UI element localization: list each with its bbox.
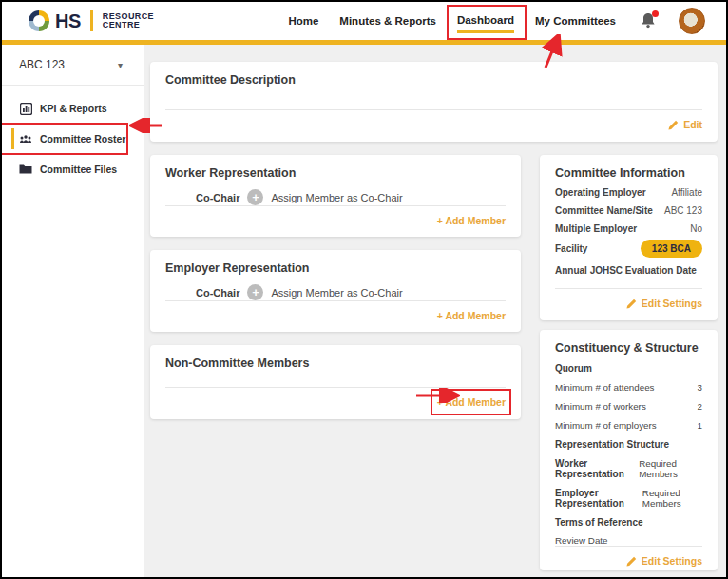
notification-dot (652, 10, 659, 17)
assign-cochair-plus-icon[interactable]: + (247, 189, 263, 205)
structure-value: Required Members (642, 488, 702, 509)
main-content: Committee Description Edit Worker Repre (144, 45, 726, 579)
facility-row: Facility 123 BCA (555, 240, 702, 258)
sidebar-item-label: Committee Roster (40, 133, 125, 145)
structure-label: Worker Representation (555, 458, 639, 479)
add-worker-member-button[interactable]: + Add Member (437, 215, 506, 226)
employer-representation-card: Employer Representation Co-Chair + Assig… (150, 250, 521, 332)
card-title: Non-Committee Members (165, 357, 506, 370)
cochair-row: Co-Chair + Assign Member as Co-Chair (196, 189, 506, 205)
edit-committee-settings-button[interactable]: Edit Settings (626, 298, 702, 309)
sidebar-item-committee-files[interactable]: Committee Files (2, 156, 144, 183)
brand-divider (90, 10, 93, 31)
edit-settings-label: Edit Settings (642, 555, 702, 567)
evaluation-date-row: Annual JOHSC Evaluation Date (555, 265, 702, 276)
card-title: Committee Information (555, 166, 702, 180)
active-tab-underline (457, 30, 514, 33)
app-window: HS RESOURCE CENTRE Home Minutes & Report… (0, 0, 728, 579)
quorum-header: Quorum (555, 363, 702, 374)
worker-representation-card: Worker Representation Co-Chair + Assign … (150, 155, 521, 237)
card-title: Constituency & Structure (555, 341, 702, 355)
nav-minutes-reports[interactable]: Minutes & Reports (339, 15, 436, 27)
quorum-label: Minimum # of employers (555, 420, 657, 431)
brand-tagline-line2: CENTRE (103, 21, 154, 29)
pencil-icon (626, 556, 637, 567)
user-avatar[interactable] (679, 8, 705, 34)
quorum-label: Minimum # of workers (555, 401, 646, 412)
edit-settings-label: Edit Settings (642, 298, 702, 309)
cochair-label: Co-Chair (196, 287, 239, 299)
structure-row: Worker Representation Required Members (555, 458, 702, 479)
committee-selector-value: ABC 123 (19, 58, 65, 71)
review-date-label: Review Date (555, 535, 608, 546)
quorum-label: Minimum # of attendees (555, 382, 655, 393)
cochair-label: Co-Chair (196, 192, 239, 203)
add-non-committee-member-button[interactable]: + Add Member (437, 396, 506, 408)
info-row: Multiple Employer No (555, 223, 702, 234)
quorum-value: 3 (698, 382, 702, 393)
quorum-value: 1 (698, 420, 702, 431)
nav-home[interactable]: Home (288, 15, 318, 27)
brand-letters: HS (55, 10, 81, 32)
brand-tagline: RESOURCE CENTRE (103, 12, 154, 30)
pencil-icon (626, 299, 637, 309)
info-label: Facility (555, 243, 587, 254)
assign-cochair-plus-icon[interactable]: + (247, 284, 263, 300)
active-item-accent (11, 128, 14, 149)
structure-value: Required Members (639, 458, 702, 479)
card-title: Employer Representation (165, 261, 506, 275)
quorum-row: Minimum # of workers 2 (555, 401, 702, 412)
non-committee-members-card: Non-Committee Members + Add Member (150, 345, 521, 419)
info-label: Committee Name/Site (555, 205, 653, 216)
edit-label: Edit (683, 119, 702, 130)
brand-logo[interactable]: HS RESOURCE CENTRE (29, 10, 154, 32)
main-nav: Home Minutes & Reports Dashboard My Comm… (288, 8, 705, 34)
info-label: Annual JOHSC Evaluation Date (555, 265, 697, 276)
notifications-bell-icon[interactable] (641, 11, 658, 30)
sidebar-item-label: Committee Files (40, 164, 117, 175)
card-title: Worker Representation (165, 166, 506, 180)
sidebar-item-kpi-reports[interactable]: KPI & Reports (2, 95, 144, 122)
structure-row: Employer Representation Required Members (555, 488, 702, 509)
folder-icon (19, 163, 32, 176)
quorum-row: Minimum # of employers 1 (555, 420, 702, 431)
assign-cochair-label: Assign Member as Co-Chair (271, 287, 402, 299)
quorum-value: 2 (698, 401, 702, 412)
sidebar-divider (2, 85, 144, 86)
committee-description-card: Committee Description Edit (150, 62, 718, 142)
edit-description-button[interactable]: Edit (668, 119, 702, 130)
card-title: Committee Description (165, 73, 702, 87)
cochair-row: Co-Chair + Assign Member as Co-Chair (196, 284, 506, 300)
brand-circle-icon (29, 10, 49, 31)
info-row: Committee Name/Site ABC 123 (555, 205, 702, 216)
sidebar-item-label: KPI & Reports (40, 103, 107, 114)
review-date-row: Review Date (555, 535, 702, 546)
info-value: Affiliate (671, 187, 702, 198)
info-row: Operating Employer Affiliate (555, 187, 702, 198)
sidebar-item-committee-roster[interactable]: Committee Roster (2, 125, 144, 152)
nav-my-committees[interactable]: My Committees (535, 15, 616, 27)
top-bar: HS RESOURCE CENTRE Home Minutes & Report… (2, 2, 726, 40)
nav-dashboard-label: Dashboard (457, 14, 514, 26)
facility-badge: 123 BCA (641, 240, 702, 258)
pencil-icon (668, 120, 679, 130)
representation-structure-header: Representation Structure (555, 439, 702, 450)
add-employer-member-button[interactable]: + Add Member (437, 310, 506, 321)
info-value: No (690, 223, 702, 234)
nav-dashboard[interactable]: Dashboard (457, 14, 514, 28)
quorum-row: Minimum # of attendees 3 (555, 382, 702, 393)
people-icon (19, 132, 32, 145)
sidebar: ABC 123 ▾ KPI & Reports (2, 45, 144, 579)
info-value: ABC 123 (664, 205, 702, 216)
info-label: Operating Employer (555, 187, 646, 198)
committee-information-card: Committee Information Operating Employer… (540, 155, 718, 320)
structure-label: Employer Representation (555, 488, 642, 509)
chevron-down-icon: ▾ (118, 60, 123, 70)
info-label: Multiple Employer (555, 223, 637, 234)
constituency-structure-card: Constituency & Structure Quorum Minimum … (540, 330, 718, 570)
terms-of-reference-header: Terms of Reference (555, 517, 702, 528)
committee-selector[interactable]: ABC 123 ▾ (2, 56, 144, 71)
assign-cochair-label: Assign Member as Co-Chair (271, 192, 402, 203)
bar-chart-icon (19, 102, 32, 115)
edit-constituency-settings-button[interactable]: Edit Settings (626, 555, 702, 567)
